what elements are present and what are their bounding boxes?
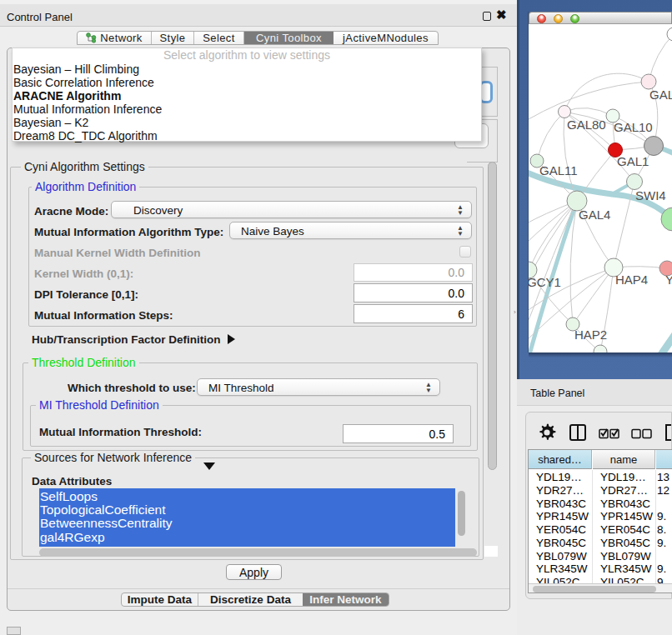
- svg-text:GAL4: GAL4: [579, 208, 610, 222]
- svg-text:GAL80: GAL80: [567, 118, 606, 132]
- svg-text:GCY1: GCY1: [529, 275, 561, 289]
- svg-text:Y: Y: [665, 272, 672, 287]
- svg-text:GAL10: GAL10: [614, 120, 653, 134]
- svg-text:SWI4: SWI4: [635, 188, 666, 202]
- svg-text:GAL: GAL: [649, 88, 672, 102]
- svg-text:HAP4: HAP4: [615, 272, 648, 287]
- svg-text:GAL1: GAL1: [617, 154, 649, 168]
- svg-text:GAL11: GAL11: [539, 163, 578, 178]
- svg-text:HAP2: HAP2: [574, 328, 607, 342]
